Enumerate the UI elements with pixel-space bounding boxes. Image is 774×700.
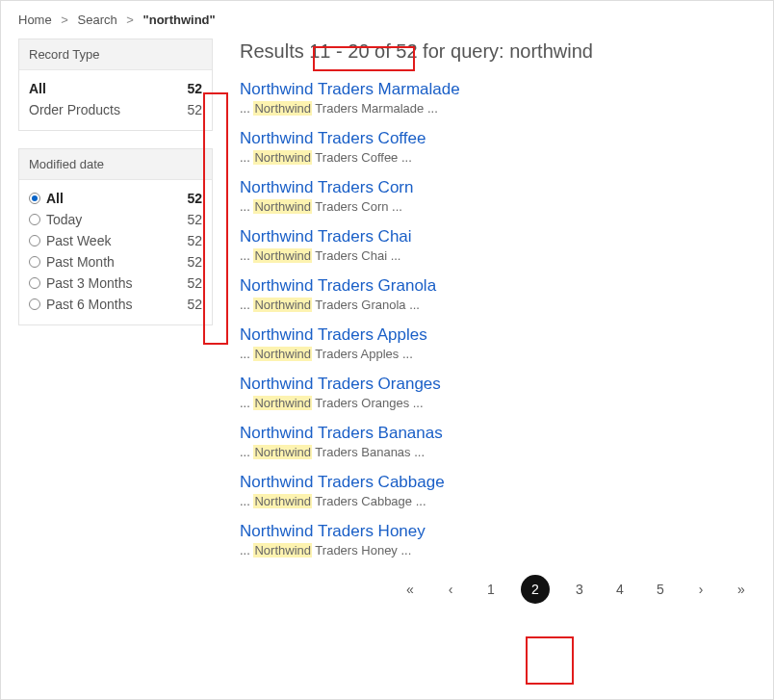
result-title[interactable]: Northwind Traders Coffee: [240, 129, 756, 148]
facet-count: 52: [187, 212, 202, 227]
result-snippet: ... Northwind Traders Coffee ...: [240, 150, 756, 165]
radio-icon[interactable]: [29, 193, 40, 204]
snippet-rest: Traders Bananas ...: [312, 445, 425, 459]
results-list: Northwind Traders Marmalade... Northwind…: [240, 80, 756, 557]
snippet-prefix: ...: [240, 298, 253, 312]
page-3[interactable]: 3: [569, 576, 590, 603]
facet-count: 52: [187, 297, 202, 312]
facet-count: 52: [187, 81, 202, 96]
snippet-rest: Traders Marmalade ...: [312, 101, 438, 116]
facet-label: Past 6 Months: [46, 297, 133, 312]
result-item: Northwind Traders Chai... Northwind Trad…: [240, 227, 756, 263]
result-item: Northwind Traders Corn... Northwind Trad…: [240, 178, 756, 214]
result-item: Northwind Traders Coffee... Northwind Tr…: [240, 129, 756, 165]
result-item: Northwind Traders Oranges... Northwind T…: [240, 375, 756, 410]
pagination: « ‹ 1 2 3 4 5 › »: [240, 575, 756, 604]
result-snippet: ... Northwind Traders Honey ...: [240, 543, 756, 557]
result-title[interactable]: Northwind Traders Granola: [240, 276, 756, 296]
result-item: Northwind Traders Cabbage... Northwind T…: [240, 473, 756, 508]
result-title[interactable]: Northwind Traders Bananas: [240, 424, 756, 443]
snippet-highlight: Northwind: [253, 248, 312, 263]
radio-icon[interactable]: [29, 235, 40, 246]
result-title[interactable]: Northwind Traders Marmalade: [240, 80, 756, 99]
facet-row-date-all[interactable]: All 52: [29, 188, 202, 209]
result-title[interactable]: Northwind Traders Oranges: [240, 375, 756, 394]
page-5[interactable]: 5: [650, 576, 671, 603]
radio-icon[interactable]: [29, 214, 40, 225]
results-header-range: 11 - 20 of 52: [309, 40, 417, 62]
snippet-prefix: ...: [240, 494, 253, 508]
breadcrumb-separator: >: [61, 13, 68, 27]
facet-count: 52: [187, 275, 202, 291]
breadcrumb-home[interactable]: Home: [18, 13, 52, 27]
facet-row-date-month[interactable]: Past Month 52: [29, 251, 202, 272]
page-2[interactable]: 2: [521, 575, 550, 604]
snippet-rest: Traders Corn ...: [312, 199, 402, 214]
facet-label: All: [29, 81, 46, 96]
main: Results 11 - 20 of 52 for query: northwi…: [240, 39, 756, 604]
facet-count: 52: [187, 102, 202, 117]
result-title[interactable]: Northwind Traders Corn: [240, 178, 756, 197]
result-title[interactable]: Northwind Traders Honey: [240, 522, 756, 541]
facet-label: Today: [46, 212, 82, 227]
page: Home > Search > "northwind" Record Type …: [0, 0, 774, 700]
result-item: Northwind Traders Bananas... Northwind T…: [240, 424, 756, 459]
result-snippet: ... Northwind Traders Cabbage ...: [240, 494, 756, 508]
facet-row-date-6months[interactable]: Past 6 Months 52: [29, 294, 202, 315]
results-header-query: northwind: [509, 40, 593, 62]
breadcrumb-current: "northwind": [143, 13, 216, 27]
radio-icon[interactable]: [29, 298, 40, 310]
snippet-prefix: ...: [240, 248, 253, 263]
facet-header: Record Type: [19, 39, 212, 70]
results-header-prefix: Results: [240, 40, 309, 62]
snippet-prefix: ...: [240, 347, 253, 361]
page-prev[interactable]: ‹: [440, 576, 461, 603]
snippet-prefix: ...: [240, 150, 253, 165]
facet-count: 52: [187, 191, 202, 206]
snippet-prefix: ...: [240, 396, 253, 410]
facet-modified-date: Modified date All 52 Today 52 Past Week …: [18, 148, 213, 325]
result-snippet: ... Northwind Traders Marmalade ...: [240, 101, 756, 116]
snippet-rest: Traders Cabbage ...: [312, 494, 426, 508]
snippet-rest: Traders Honey ...: [312, 543, 411, 557]
facet-row-date-week[interactable]: Past Week 52: [29, 230, 202, 251]
result-snippet: ... Northwind Traders Corn ...: [240, 199, 756, 214]
result-title[interactable]: Northwind Traders Apples: [240, 325, 756, 345]
page-last[interactable]: »: [731, 576, 752, 603]
snippet-highlight: Northwind: [253, 150, 312, 165]
result-snippet: ... Northwind Traders Chai ...: [240, 248, 756, 263]
page-first[interactable]: «: [400, 576, 421, 603]
facet-count: 52: [187, 254, 202, 270]
facet-row-order-products[interactable]: Order Products 52: [29, 99, 202, 120]
results-header-suffix: for query:: [418, 40, 510, 62]
snippet-highlight: Northwind: [253, 445, 312, 459]
facet-row-date-today[interactable]: Today 52: [29, 209, 202, 230]
result-snippet: ... Northwind Traders Granola ...: [240, 298, 756, 312]
snippet-highlight: Northwind: [253, 494, 312, 508]
facet-label: All: [46, 191, 64, 206]
radio-icon[interactable]: [29, 256, 40, 268]
result-item: Northwind Traders Honey... Northwind Tra…: [240, 522, 756, 557]
snippet-prefix: ...: [240, 445, 253, 459]
facet-row-date-3months[interactable]: Past 3 Months 52: [29, 272, 202, 294]
snippet-rest: Traders Oranges ...: [312, 396, 424, 410]
facet-label: Past Month: [46, 254, 115, 270]
snippet-rest: Traders Coffee ...: [312, 150, 412, 165]
result-title[interactable]: Northwind Traders Chai: [240, 227, 756, 246]
facet-label: Past 3 Months: [46, 275, 133, 291]
page-next[interactable]: ›: [690, 576, 711, 603]
snippet-rest: Traders Apples ...: [312, 347, 413, 361]
snippet-highlight: Northwind: [253, 396, 312, 410]
radio-icon[interactable]: [29, 277, 40, 289]
snippet-highlight: Northwind: [253, 298, 312, 312]
page-1[interactable]: 1: [480, 576, 502, 603]
result-title[interactable]: Northwind Traders Cabbage: [240, 473, 756, 492]
facet-header: Modified date: [19, 149, 212, 180]
sidebar: Record Type All 52 Order Products 52 Mod…: [18, 39, 213, 343]
annotation-box: [526, 636, 574, 685]
snippet-prefix: ...: [240, 543, 253, 557]
facet-row-all[interactable]: All 52: [29, 78, 202, 99]
breadcrumb-search[interactable]: Search: [78, 13, 117, 27]
page-4[interactable]: 4: [609, 576, 631, 603]
result-snippet: ... Northwind Traders Oranges ...: [240, 396, 756, 410]
